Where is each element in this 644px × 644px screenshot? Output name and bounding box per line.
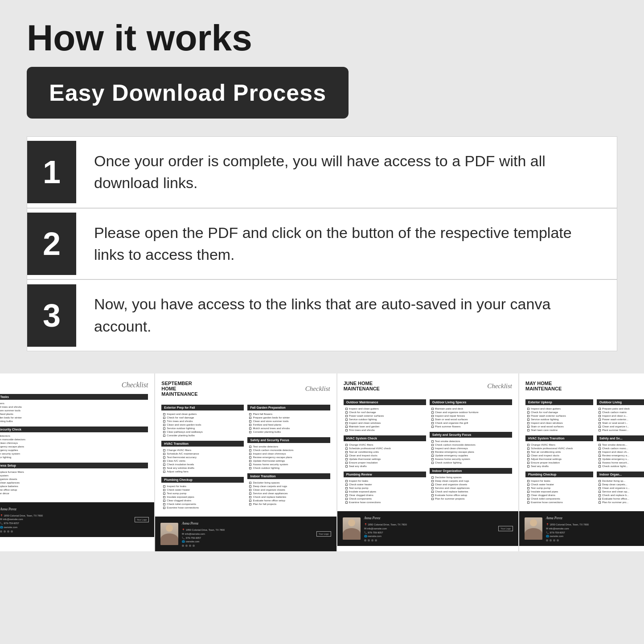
step-text-2: Please open the PDF and click on the but… — [76, 209, 617, 279]
cl-item: Check and replace furnace filters — [0, 470, 148, 474]
cl-footer-2: Anna Perez 📍 1850 Colonial Drive, Town, … — [155, 517, 336, 551]
cl-item: Assess home security system — [0, 452, 148, 455]
cl-item: Mulch around trees and shrubs — [0, 405, 148, 409]
step-number-2: 2 — [27, 213, 76, 275]
cl-footer-1: Anna Perez 📍 1850 Colonial Drive, Town, … — [0, 502, 154, 537]
cl-item: Service and clean appliances — [0, 481, 148, 484]
cl-item: Prepare garden beds for winter — [0, 416, 148, 419]
step-number-3: 3 — [27, 284, 76, 347]
cl-item: Consider planting bulbs — [0, 419, 148, 423]
cl-item: Check carbon monoxide detectors — [0, 438, 148, 441]
download-banner: Easy Download Process — [27, 67, 349, 119]
cl-item: Clean and organize closets — [0, 477, 148, 481]
footer-avatar — [525, 517, 542, 540]
steps-container: 1 Once your order is complete, you will … — [27, 136, 617, 351]
step-text-3: Now, you have access to the links that a… — [76, 280, 617, 351]
step-number-1: 1 — [27, 141, 76, 203]
cl-item: Clean and store summer tools — [0, 409, 148, 412]
cl-item: Review emergency escape plans — [0, 445, 148, 448]
checklist-preview: MEE Checklist Fall Garden Tasks Plant fa… — [0, 373, 644, 551]
cl-item: Test smoke detectors — [0, 434, 148, 438]
footer-info: Anna Perez 📍 1850 Colonial Drive, Town, … — [0, 507, 131, 533]
cl-item: Check and replace batteries — [0, 484, 148, 488]
cl-footer-4: Anna Perez 📍 1850 Colonial Drive, Town, … — [519, 511, 644, 546]
cl-footer-3: Anna Perez 📍 1850 Colonial Drive, Town, … — [337, 511, 518, 546]
checklist-card-4: MAY HOMEMAINTENANCE Chec... Exterior Upk… — [519, 373, 644, 551]
cl-item: Fertilize and feed plants — [0, 412, 148, 416]
page-title: How it works — [27, 18, 617, 58]
step-card-1: 1 Once your order is complete, you will … — [27, 136, 617, 208]
footer-avatar — [343, 517, 361, 540]
cl-item: Test heating system — [0, 474, 148, 477]
cl-item: Plan for winter décor — [0, 492, 148, 495]
cl-section-2-header: Safety and Security Check — [0, 427, 148, 432]
checklist-card-2: SEPTEMBERHOMEMAINTENANCE Checklist Exter… — [155, 373, 337, 551]
cl-item: Update emergency supplies — [0, 448, 148, 452]
cl-item: Plant fall flowers — [0, 402, 148, 405]
footer-info: Anna Perez 📍 1850 Colonial Drive, Town, … — [364, 516, 495, 541]
step-card-2: 2 Please open the PDF and click on the b… — [27, 208, 617, 280]
footer-info: Anna Perez 📍 1850 Colonial Drive, Town, … — [546, 516, 644, 541]
banner-text: Easy Download Process — [49, 80, 326, 106]
cl-section-3-header: Indoor Coziness Setup — [0, 463, 148, 468]
checklist-card-3: JUNE HOMEMAINTENANCE Checklist Outdoor M… — [337, 373, 519, 551]
cl-section-1-header: Fall Garden Tasks — [0, 394, 148, 400]
step-card-3: 3 Now, you have access to the links that… — [27, 279, 617, 351]
cl-item: Check exterior lighting — [0, 455, 148, 459]
footer-avatar — [160, 523, 178, 545]
cl-item: Inspect and clean chimneys — [0, 441, 148, 445]
footer-info: Anna Perez 📍 1850 Colonial Drive, Town, … — [182, 521, 313, 547]
cl-item: Evaluate home office setup — [0, 488, 148, 492]
checklist-card-1: MEE Checklist Fall Garden Tasks Plant fa… — [0, 373, 155, 551]
main-container: How it works Easy Download Process 1 Onc… — [0, 0, 644, 351]
step-text-1: Once your order is complete, you will ha… — [76, 137, 617, 208]
